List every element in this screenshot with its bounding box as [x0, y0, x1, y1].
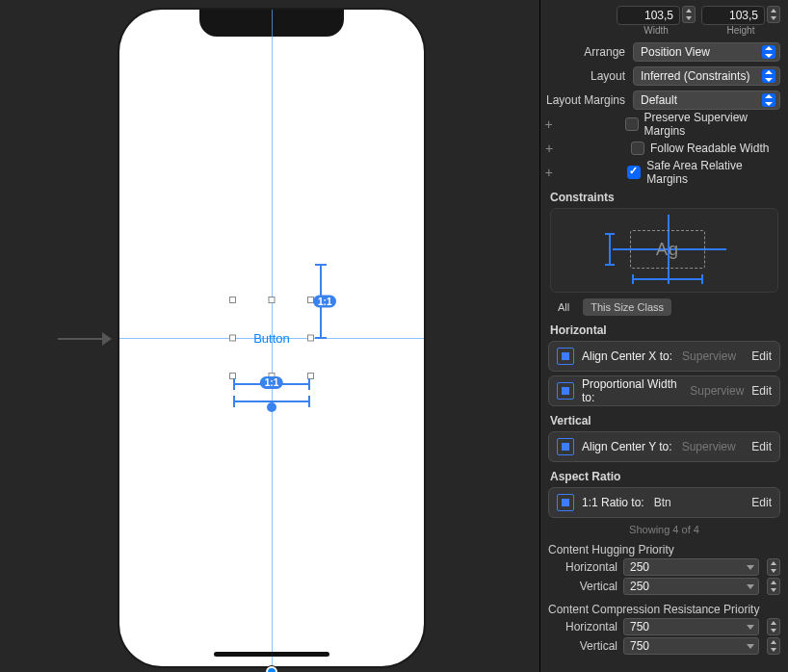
handle-top-left[interactable]: [229, 297, 236, 303]
hugging-v-field[interactable]: 250: [623, 578, 759, 595]
chevron-down-icon: [762, 45, 775, 59]
safearea-checkbox[interactable]: [627, 166, 641, 179]
constraint-center-y[interactable]: Align Center Y to: Superview Edit: [548, 431, 780, 462]
constraint-dot: [267, 402, 276, 412]
vertical-heading: Vertical: [550, 414, 778, 427]
horizontal-heading: Horizontal: [550, 323, 778, 337]
height-label: Height: [701, 25, 780, 36]
chevron-down-icon: [762, 93, 775, 107]
height-field[interactable]: 103,5: [701, 6, 765, 25]
chevron-down-icon: [762, 69, 775, 83]
compress-h-label: Horizontal: [548, 620, 617, 633]
tab-this-size-class[interactable]: This Size Class: [583, 298, 671, 316]
inspector-panel: 103,5 103,5 Width Height Arrange Positio…: [539, 0, 788, 672]
hugging-h-label: Horizontal: [548, 560, 617, 574]
preserve-checkbox[interactable]: [625, 117, 639, 131]
aspect-heading: Aspect Ratio: [550, 470, 778, 483]
compress-h-stepper[interactable]: [767, 618, 780, 635]
margins-label: Layout Margins: [540, 93, 625, 107]
constraint-prop-width[interactable]: Proportional Width to: Superview Edit: [548, 375, 780, 406]
compress-v-field[interactable]: 750: [623, 637, 759, 655]
plus-icon[interactable]: +: [544, 165, 554, 180]
plus-icon[interactable]: +: [544, 116, 553, 132]
edit-button[interactable]: Edit: [751, 384, 772, 398]
selected-button[interactable]: Button 1:1 1:1: [233, 300, 310, 375]
edit-button[interactable]: Edit: [751, 349, 772, 363]
plus-icon[interactable]: +: [544, 141, 554, 156]
width-stepper[interactable]: [682, 6, 696, 23]
align-center-x-icon: [557, 348, 574, 365]
edit-button[interactable]: Edit: [751, 440, 772, 453]
constraint-aspect[interactable]: 1:1 Ratio to: Btn Edit: [548, 487, 780, 518]
height-stepper[interactable]: [767, 6, 780, 23]
frame-resize-handle[interactable]: [266, 666, 277, 672]
tab-all[interactable]: All: [550, 298, 577, 316]
constraints-title: Constraints: [550, 191, 788, 204]
width-constraint-bar: 1:1: [233, 375, 310, 393]
hugging-title: Content Hugging Priority: [548, 543, 780, 556]
ratio-badge-2: 1:1: [313, 296, 336, 308]
hugging-h-stepper[interactable]: [767, 558, 780, 576]
diagram-box: Ag: [630, 230, 705, 269]
constraints-diagram[interactable]: Ag: [550, 208, 778, 293]
arrange-label: Arrange: [540, 45, 625, 59]
compress-v-stepper[interactable]: [767, 637, 780, 655]
device-frame[interactable]: Button 1:1 1:1: [119, 10, 424, 666]
home-indicator: [214, 652, 329, 657]
edit-button[interactable]: Edit: [751, 496, 772, 509]
follow-checkbox[interactable]: [631, 142, 644, 155]
arrow-indicator: [58, 332, 112, 346]
layout-label: Layout: [540, 69, 625, 83]
width-field[interactable]: 103,5: [617, 6, 680, 25]
canvas-area[interactable]: Button 1:1 1:1: [0, 0, 539, 672]
hugging-v-stepper[interactable]: [767, 578, 780, 595]
layout-dropdown[interactable]: Inferred (Constraints): [633, 66, 780, 86]
compress-v-label: Vertical: [548, 639, 617, 653]
align-center-y-icon: [557, 438, 574, 455]
margins-dropdown[interactable]: Default: [633, 90, 780, 110]
compress-title: Content Compression Resistance Priority: [548, 603, 780, 616]
ratio-badge: 1:1: [260, 376, 283, 389]
width-label: Width: [617, 25, 696, 36]
proportional-width-icon: [557, 382, 574, 400]
follow-label: Follow Readable Width: [650, 142, 769, 155]
arrange-dropdown[interactable]: Position View: [633, 42, 780, 62]
hugging-h-field[interactable]: 250: [623, 558, 759, 576]
hugging-v-label: Vertical: [548, 580, 617, 593]
button-label: Button: [253, 331, 290, 346]
constraint-center-x[interactable]: Align Center X to: Superview Edit: [548, 341, 780, 372]
safearea-label: Safe Area Relative Margins: [646, 159, 780, 186]
compress-h-field[interactable]: 750: [623, 618, 759, 635]
height-constraint-bar: 1:1: [310, 264, 333, 339]
preserve-label: Preserve Superview Margins: [644, 111, 780, 138]
aspect-ratio-icon: [557, 494, 574, 511]
showing-count: Showing 4 of 4: [540, 524, 788, 535]
